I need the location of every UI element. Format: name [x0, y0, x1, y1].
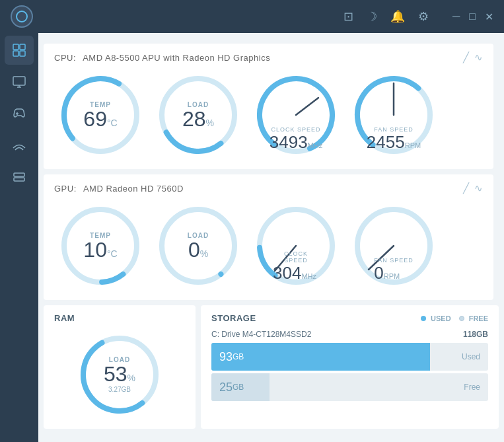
- svg-rect-4: [13, 51, 18, 56]
- free-legend-label: FREE: [469, 314, 488, 322]
- ram-load-unit: %: [127, 373, 135, 383]
- svg-rect-5: [20, 51, 25, 56]
- sidebar: [0, 33, 38, 442]
- used-legend: USED: [421, 314, 451, 322]
- drive-header: C: Drive M4-CT128M4SSD2 118GB: [211, 330, 488, 339]
- gpu-temp-gauge-ring: TEMP 10 °C: [54, 200, 147, 292]
- close-button[interactable]: ✕: [485, 11, 493, 23]
- cpu-temp-unit: °C: [107, 118, 118, 128]
- used-bar-unit: GB: [233, 352, 244, 361]
- free-bar-row: 25GB Free: [211, 373, 488, 401]
- cpu-clock-info: CLOCK SPEED 3493 MHz: [270, 126, 322, 152]
- cpu-fan-needle: FAN SPEED 2455 RPM: [347, 69, 440, 161]
- ram-sub-label: 3.27GB: [104, 386, 135, 393]
- gpu-temp-gauge: TEMP 10 °C: [54, 200, 147, 292]
- cpu-gauges-row: TEMP 69 °C: [54, 69, 483, 161]
- cpu-clock-gauge: CLOCK SPEED 3493 MHz: [250, 69, 342, 161]
- gpu-temp-unit: °C: [107, 248, 118, 259]
- gpu-fan-value: 0: [374, 264, 383, 283]
- storage-legend: USED FREE: [421, 314, 488, 322]
- cpu-load-gauge-ring: LOAD 28 %: [152, 69, 244, 161]
- app-container: ⊡ ☽ 🔔 ⚙ ─ □ ✕: [0, 0, 504, 442]
- gpu-wave-icon[interactable]: ∿: [474, 182, 483, 194]
- gpu-clock-label: CLOCK SPEED: [273, 250, 319, 264]
- free-bar-label: Free: [270, 383, 488, 392]
- svg-rect-15: [14, 178, 24, 181]
- free-bar-unit: GB: [233, 383, 244, 392]
- gpu-clock-value: 304: [273, 264, 301, 283]
- ram-center: LOAD 53 % 3.27GB: [104, 356, 135, 393]
- free-bar: 25GB: [211, 373, 270, 401]
- camera-icon[interactable]: ⊡: [343, 9, 353, 24]
- app-logo: [11, 5, 33, 28]
- cpu-graph-icon[interactable]: ╱: [463, 52, 469, 63]
- cpu-load-gauge: LOAD 28 %: [152, 69, 244, 161]
- cpu-temp-gauge-ring: TEMP 69 °C: [54, 69, 147, 161]
- main-layout: CPU: AMD A8-5500 APU with Radeon HD Grap…: [0, 33, 504, 442]
- gpu-load-unit: %: [200, 248, 208, 259]
- maximize-button[interactable]: □: [469, 11, 476, 22]
- drive-name: C: Drive M4-CT128M4SSD2: [211, 330, 311, 339]
- gpu-panel: GPU: AMD Radeon HD 7560D ╱ ∿: [44, 174, 493, 300]
- bell-icon[interactable]: 🔔: [390, 9, 405, 24]
- cpu-temp-value: 69: [83, 108, 107, 129]
- svg-point-0: [17, 11, 27, 22]
- gpu-clock-info: CLOCK SPEED 304 MHz: [273, 250, 319, 283]
- sidebar-item-network[interactable]: [5, 131, 34, 160]
- storage-panel: STORAGE USED FREE: [201, 305, 499, 429]
- ram-panel: RAM LOAD 53 %: [44, 305, 196, 429]
- cpu-title: CPU: AMD A8-5500 APU with Radeon HD Grap…: [54, 53, 270, 63]
- gpu-clock-unit: MHz: [301, 272, 316, 280]
- sidebar-item-dashboard[interactable]: [5, 36, 34, 65]
- window-controls: ─ □ ✕: [452, 11, 493, 23]
- cpu-clock-value: 3493: [270, 133, 308, 152]
- cpu-clock-needle: CLOCK SPEED 3493 MHz: [250, 69, 342, 161]
- gpu-fan-gauge: FAN SPEED 0 RPM: [347, 200, 440, 292]
- used-bar: 93GB: [211, 343, 430, 371]
- svg-rect-3: [20, 44, 25, 50]
- gpu-clock-needle: CLOCK SPEED 304 MHz: [250, 200, 342, 292]
- free-legend: FREE: [459, 314, 488, 322]
- sidebar-item-gamepad[interactable]: [5, 99, 34, 128]
- sidebar-item-monitor[interactable]: [5, 67, 34, 96]
- gpu-title: GPU: AMD Radeon HD 7560D: [54, 184, 184, 194]
- cpu-fan-info: FAN SPEED 2455 RPM: [367, 126, 421, 152]
- free-dot: [459, 316, 464, 321]
- storage-drive: C: Drive M4-CT128M4SSD2 118GB 93GB Used: [211, 330, 488, 401]
- svg-point-11: [20, 112, 22, 114]
- moon-icon[interactable]: ☽: [367, 9, 377, 24]
- title-bar-left: [11, 5, 33, 28]
- gpu-panel-header: GPU: AMD Radeon HD 7560D ╱ ∿: [54, 182, 483, 194]
- storage-title: STORAGE: [211, 313, 256, 323]
- sidebar-item-storage[interactable]: [5, 163, 34, 192]
- svg-point-16: [22, 174, 24, 176]
- svg-rect-14: [14, 173, 24, 176]
- gpu-section-label: GPU:: [54, 184, 77, 194]
- gpu-load-center: LOAD 0 %: [188, 232, 209, 260]
- cpu-fan-value: 2455: [367, 133, 405, 152]
- gpu-clock-gauge: CLOCK SPEED 304 MHz: [250, 200, 342, 292]
- gpu-fan-needle: FAN SPEED 0 RPM: [347, 200, 440, 292]
- cpu-load-unit: %: [206, 118, 214, 128]
- ram-load-value: 53: [104, 363, 127, 385]
- cpu-fan-gauge: FAN SPEED 2455 RPM: [347, 69, 440, 161]
- gpu-graph-icon[interactable]: ╱: [463, 182, 469, 194]
- cpu-panel-icons: ╱ ∿: [463, 52, 483, 63]
- svg-point-17: [22, 179, 24, 180]
- drive-total: 118GB: [463, 330, 488, 339]
- cpu-temp-gauge: TEMP 69 °C: [54, 69, 147, 161]
- svg-rect-6: [13, 77, 25, 85]
- svg-point-1: [20, 15, 24, 18]
- cpu-wave-icon[interactable]: ∿: [474, 52, 483, 63]
- gpu-fan-unit: RPM: [384, 272, 400, 280]
- settings-icon[interactable]: ⚙: [418, 9, 429, 24]
- content-area: CPU: AMD A8-5500 APU with Radeon HD Grap…: [38, 33, 504, 442]
- cpu-load-center: LOAD 28 %: [182, 101, 214, 129]
- cpu-fan-unit: RPM: [405, 141, 421, 149]
- cpu-section-label: CPU:: [54, 53, 76, 63]
- svg-point-12: [22, 114, 23, 115]
- storage-header: STORAGE USED FREE: [211, 313, 488, 323]
- title-bar: ⊡ ☽ 🔔 ⚙ ─ □ ✕: [0, 0, 504, 33]
- minimize-button[interactable]: ─: [452, 11, 460, 22]
- cpu-panel: CPU: AMD A8-5500 APU with Radeon HD Grap…: [44, 44, 493, 169]
